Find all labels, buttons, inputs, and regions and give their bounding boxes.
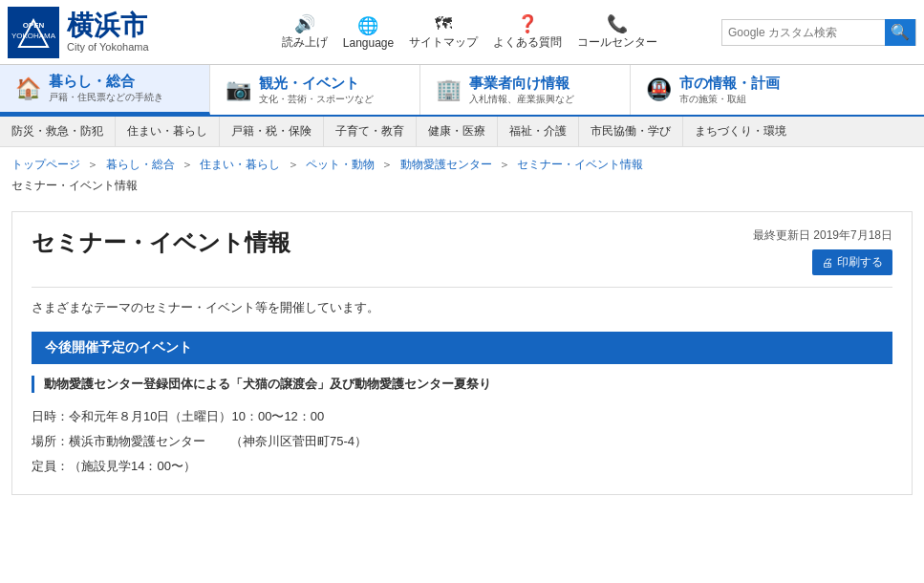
sub-nav-item-welfare[interactable]: 福祉・介護 xyxy=(498,117,579,146)
sub-nav: 防災・救急・防犯 住まい・暮らし 戸籍・税・保険 子育て・教育 健康・医療 福祉… xyxy=(0,117,924,147)
faq-icon: ❓ xyxy=(517,13,538,34)
breadcrumb-link-seminar[interactable]: セミナー・イベント情報 xyxy=(517,158,643,171)
breadcrumb-link-life[interactable]: 暮らし・総合 xyxy=(106,158,175,171)
nav-item-readout[interactable]: 🔊 読み上げ xyxy=(282,13,328,51)
breadcrumb-sep-4: ＞ xyxy=(381,158,393,171)
tourism-text: 観光・イベント 文化・芸術・スポーツなど xyxy=(259,75,374,106)
sub-nav-item-childcare[interactable]: 子育て・教育 xyxy=(324,117,417,146)
city-icon: 🚇 xyxy=(646,77,672,102)
divider-1 xyxy=(32,287,892,288)
nav-item-language[interactable]: 🌐 Language xyxy=(343,15,394,50)
main-nav-item-city[interactable]: 🚇 市の情報・計画 市の施策・取組 xyxy=(631,65,841,115)
search-input[interactable] xyxy=(722,26,885,39)
print-label: 印刷する xyxy=(837,254,883,270)
event-fee-row: 定員：（施設見学14：00〜） xyxy=(32,454,892,479)
tourism-title: 観光・イベント xyxy=(259,75,374,93)
breadcrumb-link-housing[interactable]: 住まい・暮らし xyxy=(200,158,280,171)
place-value: 横浜市動物愛護センター （神奈川区菅田町75-4） xyxy=(69,434,367,448)
business-text: 事業者向け情報 入札情報、産業振興など xyxy=(469,75,574,106)
breadcrumb-link-pets[interactable]: ペット・動物 xyxy=(306,158,375,171)
last-updated-date: 2019年7月18日 xyxy=(813,228,892,242)
event-place-row: 場所：横浜市動物愛護センター （神奈川区菅田町75-4） xyxy=(32,429,892,454)
date-label: 日時： xyxy=(32,409,69,423)
sub-nav-item-city-planning[interactable]: まちづくり・環境 xyxy=(683,117,798,146)
faq-label: よくある質問 xyxy=(493,34,562,51)
callcenter-label: コールセンター xyxy=(577,34,657,51)
life-sub: 戸籍・住民票などの手続き xyxy=(49,91,163,104)
section-heading: 今後開催予定のイベント xyxy=(32,332,892,364)
breadcrumb: トップページ ＞ 暮らし・総合 ＞ 住まい・暮らし ＞ ペット・動物 ＞ 動物愛… xyxy=(0,147,924,204)
fee-value: （施設見学14：00〜） xyxy=(69,459,196,473)
event-details: 日時：令和元年８月10日（土曜日）10：00〜12：00 場所：横浜市動物愛護セ… xyxy=(32,404,892,479)
sitemap-icon: 🗺 xyxy=(435,14,452,34)
last-updated-label: 最終更新日 xyxy=(753,228,810,242)
header: OPEN YOKOHAMA 横浜市 City of Yokohama 🔊 読み上… xyxy=(0,0,924,65)
language-icon: 🌐 xyxy=(357,15,378,36)
sitemap-label: サイトマップ xyxy=(409,34,478,51)
tourism-icon: 📷 xyxy=(226,77,251,102)
search-icon: 🔍 xyxy=(891,23,910,41)
language-label: Language xyxy=(343,36,394,50)
business-sub: 入札情報、産業振興など xyxy=(469,93,574,106)
page-meta: 最終更新日 2019年7月18日 🖨 印刷する xyxy=(753,227,892,275)
breadcrumb-sep-2: ＞ xyxy=(182,158,193,171)
date-value: 令和元年８月10日（土曜日）10：00〜12：00 xyxy=(69,409,324,423)
sub-nav-item-disaster[interactable]: 防災・救急・防犯 xyxy=(0,117,116,146)
print-button[interactable]: 🖨 印刷する xyxy=(812,249,892,275)
search-area: 🔍 xyxy=(721,19,916,46)
main-nav-item-life[interactable]: 🏠 暮らし・総合 戸籍・住民票などの手続き xyxy=(0,65,210,115)
event-date-row: 日時：令和元年８月10日（土曜日）10：00〜12：00 xyxy=(32,404,892,429)
callcenter-icon: 📞 xyxy=(607,13,628,34)
logo-text: 横浜市 City of Yokohama xyxy=(67,11,149,53)
main-nav: 🏠 暮らし・総合 戸籍・住民票などの手続き 📷 観光・イベント 文化・芸術・スポ… xyxy=(0,65,924,117)
sub-nav-item-housing[interactable]: 住まい・暮らし xyxy=(116,117,220,146)
event-item: 動物愛護センター登録団体による「犬猫の譲渡会」及び動物愛護センター夏祭り xyxy=(32,376,892,393)
page-title: セミナー・イベント情報 xyxy=(32,227,290,258)
header-nav: 🔊 読み上げ 🌐 Language 🗺 サイトマップ ❓ よくある質問 📞 コー… xyxy=(218,13,721,51)
logo-icon: OPEN YOKOHAMA xyxy=(8,7,59,58)
nav-item-callcenter[interactable]: 📞 コールセンター xyxy=(577,13,657,51)
logo-area: OPEN YOKOHAMA 横浜市 City of Yokohama xyxy=(8,7,218,58)
logo-en: City of Yokohama xyxy=(67,41,149,53)
event-title: 動物愛護センター登録団体による「犬猫の譲渡会」及び動物愛護センター夏祭り xyxy=(44,376,892,393)
readout-label: 読み上げ xyxy=(282,34,328,51)
breadcrumb-sep-3: ＞ xyxy=(288,158,299,171)
main-nav-item-tourism[interactable]: 📷 観光・イベント 文化・芸術・スポーツなど xyxy=(210,65,420,115)
sub-nav-item-registry[interactable]: 戸籍・税・保険 xyxy=(220,117,324,146)
nav-item-faq[interactable]: ❓ よくある質問 xyxy=(493,13,562,51)
breadcrumb-current: セミナー・イベント情報 xyxy=(11,179,138,192)
city-title: 市の情報・計画 xyxy=(679,75,780,93)
breadcrumb-link-animal-center[interactable]: 動物愛護センター xyxy=(400,158,492,171)
life-title: 暮らし・総合 xyxy=(49,73,163,91)
readout-icon: 🔊 xyxy=(294,13,315,34)
city-text: 市の情報・計画 市の施策・取組 xyxy=(679,75,780,106)
last-updated: 最終更新日 2019年7月18日 xyxy=(753,227,892,244)
search-button[interactable]: 🔍 xyxy=(885,19,915,46)
svg-text:OPEN: OPEN xyxy=(23,21,45,30)
life-icon: 🏠 xyxy=(15,76,41,101)
svg-text:YOKOHAMA: YOKOHAMA xyxy=(11,32,56,40)
main-nav-item-business[interactable]: 🏢 事業者向け情報 入札情報、産業振興など xyxy=(420,65,631,115)
print-icon: 🖨 xyxy=(822,256,833,270)
breadcrumb-link-top[interactable]: トップページ xyxy=(11,158,80,171)
tourism-sub: 文化・芸術・スポーツなど xyxy=(259,93,374,106)
sub-nav-item-community[interactable]: 市民協働・学び xyxy=(579,117,683,146)
fee-label: 定員： xyxy=(32,459,69,473)
breadcrumb-sep-1: ＞ xyxy=(87,158,98,171)
business-title: 事業者向け情報 xyxy=(469,75,574,93)
logo-jp: 横浜市 xyxy=(67,11,149,41)
place-label: 場所： xyxy=(32,434,69,448)
page-header: セミナー・イベント情報 最終更新日 2019年7月18日 🖨 印刷する xyxy=(32,227,892,275)
page-description: さまざまなテーマのセミナー・イベント等を開催しています。 xyxy=(32,299,892,316)
business-icon: 🏢 xyxy=(436,77,462,102)
sub-nav-item-health[interactable]: 健康・医療 xyxy=(417,117,498,146)
life-text: 暮らし・総合 戸籍・住民票などの手続き xyxy=(49,73,163,104)
content-area: セミナー・イベント情報 最終更新日 2019年7月18日 🖨 印刷する さまざま… xyxy=(11,211,913,495)
nav-item-sitemap[interactable]: 🗺 サイトマップ xyxy=(409,14,478,51)
city-sub: 市の施策・取組 xyxy=(679,93,780,106)
breadcrumb-sep-5: ＞ xyxy=(499,158,510,171)
